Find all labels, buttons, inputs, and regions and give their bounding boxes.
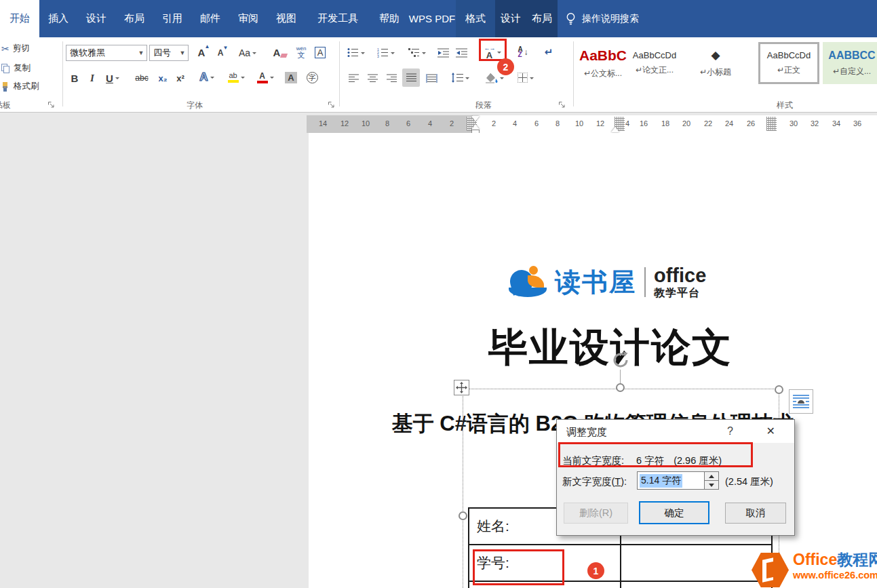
ruler[interactable]: 141210864224681012416182022242630323436 — [307, 115, 877, 133]
cancel-button[interactable]: 取消 — [725, 503, 786, 524]
format-painter-button[interactable]: 格式刷 — [1, 81, 39, 92]
cut-button[interactable]: ✂ 剪切 — [1, 43, 30, 54]
tab-wps-pdf[interactable]: WPS PDF — [408, 0, 456, 37]
ruler-number: 2 — [487, 119, 501, 128]
layout-options-button[interactable] — [789, 389, 813, 414]
first-line-indent-marker[interactable] — [471, 116, 480, 121]
align-left-button[interactable] — [345, 70, 362, 86]
paragraph-dialog-launcher[interactable] — [558, 101, 566, 109]
group-separator — [62, 41, 63, 106]
numbering-button[interactable]: 123 — [374, 44, 398, 61]
character-shading-button[interactable]: A — [282, 68, 300, 86]
text-effects-button[interactable]: A — [195, 68, 218, 86]
style-subtitle[interactable]: ◆ ↵小标题 — [682, 42, 749, 84]
style-thesis-body[interactable]: AaBbCcDd ↵论文正... — [630, 42, 679, 84]
style-custom[interactable]: AABBCC ↵自定义... — [823, 42, 877, 84]
table-value-cell[interactable] — [621, 582, 771, 588]
annotation-red-box-cell — [473, 549, 564, 585]
multilevel-list-icon — [408, 47, 420, 58]
clear-formatting-button[interactable]: A — [271, 44, 289, 61]
tab-view[interactable]: 视图 — [267, 0, 305, 37]
tab-format-contextual[interactable]: 格式 — [456, 0, 495, 37]
sort-button[interactable]: AZ ↓ — [513, 43, 533, 62]
tab-help[interactable]: 帮助 — [370, 0, 408, 37]
ruler-number: 8 — [551, 119, 564, 128]
logo-product-text: office — [654, 266, 706, 286]
dialog-help-button[interactable]: ? — [727, 425, 733, 437]
tab-mailings[interactable]: 邮件 — [191, 0, 229, 37]
table-resize-handle-left-middle[interactable] — [459, 511, 467, 520]
ruler-number: 4 — [508, 119, 522, 128]
tab-table-design-contextual[interactable]: 设计 — [495, 0, 526, 37]
table-move-handle[interactable] — [454, 380, 469, 395]
font-name-combo[interactable]: 微软雅黑 ▼ — [66, 45, 147, 61]
borders-button[interactable] — [512, 68, 539, 87]
bold-button[interactable]: B — [67, 70, 82, 86]
change-case-button[interactable]: Aa — [235, 44, 260, 61]
dushuwu-logo-icon — [509, 264, 549, 300]
align-center-button[interactable] — [364, 70, 381, 86]
red-color-swatch — [257, 81, 268, 83]
decrease-indent-button[interactable] — [435, 44, 451, 61]
tab-review[interactable]: 审阅 — [229, 0, 267, 37]
spinner-down-button[interactable] — [705, 480, 718, 489]
shrink-font-button[interactable]: A▼ — [212, 44, 229, 61]
strikethrough-button[interactable]: abc — [132, 70, 152, 86]
tab-developer[interactable]: 开发工具 — [305, 0, 370, 37]
show-marks-button[interactable]: ↵ — [539, 43, 558, 62]
italic-button[interactable]: I — [85, 70, 99, 86]
superscript-button[interactable]: x² — [172, 70, 189, 86]
distribute-button[interactable] — [423, 70, 440, 86]
clipboard-dialog-launcher[interactable] — [47, 101, 55, 109]
tab-home[interactable]: 开始 — [0, 0, 39, 37]
style-normal[interactable]: AaBbCcDd ↵正文 — [758, 42, 819, 84]
clipboard-group-label: 剪贴板 — [0, 100, 18, 111]
ruler-number: 12 — [338, 119, 351, 128]
tab-insert[interactable]: 插入 — [39, 0, 77, 37]
copy-button[interactable]: 复制 — [1, 62, 31, 74]
delete-button[interactable]: 删除(R) — [564, 503, 628, 524]
font-dialog-launcher[interactable] — [328, 101, 335, 109]
style-gongwen-title[interactable]: AaBbC ↵公文标... — [579, 42, 627, 84]
font-color-button[interactable]: A — [252, 68, 278, 86]
tab-references[interactable]: 引用 — [153, 0, 191, 37]
grow-font-button[interactable]: A▲ — [193, 44, 210, 61]
dialog-close-button[interactable]: ✕ — [766, 425, 775, 437]
ruler-table-column-marker[interactable] — [766, 117, 777, 131]
ruler-number: 4 — [423, 119, 437, 128]
tab-table-layout-contextual[interactable]: 布局 — [526, 0, 558, 37]
lightbulb-icon — [566, 12, 576, 26]
table-value-cell[interactable] — [621, 545, 771, 581]
line-spacing-button[interactable] — [446, 68, 473, 87]
enclose-characters-button[interactable]: 字 — [303, 68, 321, 86]
tell-me-search[interactable]: 操作说明搜索 — [558, 0, 639, 37]
distribute-icon — [426, 74, 437, 83]
highlight-color-button[interactable]: ab — [222, 68, 250, 86]
rotate-handle[interactable] — [610, 349, 631, 371]
table-resize-handle-top-right[interactable] — [775, 385, 783, 394]
column-indent-marker[interactable] — [611, 127, 619, 132]
multilevel-list-button[interactable] — [404, 44, 430, 61]
adjust-width-dialog[interactable]: 调整宽度 ? ✕ 当前文字宽度: 6 字符 (2.96 厘米) 新文字宽度(T)… — [556, 419, 795, 536]
spinner-up-button[interactable] — [705, 472, 718, 480]
current-width-value: 6 字符 — [636, 455, 664, 466]
new-width-input[interactable]: 5.14 字符 — [637, 471, 705, 490]
align-right-button[interactable] — [383, 70, 399, 86]
svg-text:3: 3 — [377, 54, 379, 58]
font-size-combo[interactable]: 四号 ▼ — [149, 45, 189, 61]
subscript-button[interactable]: x₂ — [155, 70, 171, 86]
tab-layout[interactable]: 布局 — [115, 0, 153, 37]
ribbon-tab-bar: 开始 插入 设计 布局 引用 邮件 审阅 视图 开发工具 帮助 WPS PDF … — [0, 0, 877, 37]
table-resize-handle-top-center[interactable] — [616, 383, 625, 392]
character-border-button[interactable]: A — [311, 43, 329, 61]
tab-design[interactable]: 设计 — [77, 0, 115, 37]
increase-indent-button[interactable] — [453, 44, 469, 61]
phonetic-guide-button[interactable]: wén文 — [292, 43, 310, 62]
bullets-button[interactable] — [345, 44, 368, 61]
decrease-indent-icon — [437, 48, 449, 58]
ok-button[interactable]: 确定 — [639, 501, 709, 524]
justify-button[interactable] — [402, 68, 420, 87]
eraser-icon — [280, 54, 288, 58]
underline-button[interactable]: U — [100, 70, 125, 86]
hanging-indent-marker[interactable] — [471, 124, 480, 130]
